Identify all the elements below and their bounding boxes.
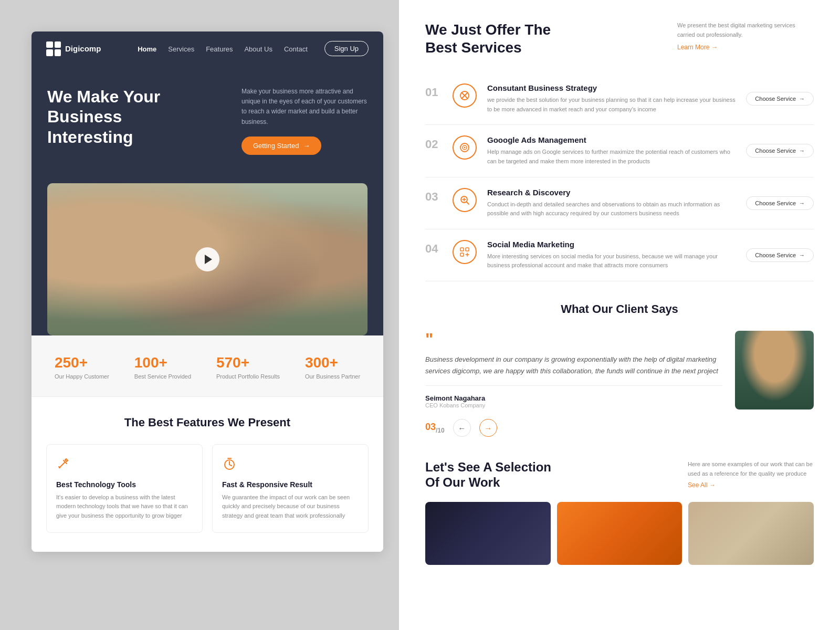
features-title: The Best Features We Present [46,416,369,429]
portfolio-grid [425,502,814,565]
portfolio-item-3[interactable] [688,502,814,565]
arrow-right-icon: → [709,481,716,489]
nav-links: Home Services Features About Us Contact [138,44,308,54]
features-grid: Best Technology Tools It's easier to dev… [46,444,369,533]
testimonial-author-name: Seimont Nagahara [425,394,722,402]
service-body-1: Consutant Business Strategy we provide t… [487,83,736,114]
portfolio-item-1[interactable] [425,502,551,565]
hero-section: We Make Your Business Interesting Make y… [32,66,383,183]
feature-technology-desc: It's easier to develop a business with t… [56,493,193,521]
portfolio-item-2[interactable] [557,502,682,565]
nav-item-contact[interactable]: Contact [284,44,308,54]
service-name-4: Social Media Marketing [487,240,736,249]
svg-rect-8 [460,253,464,256]
stat-label-customers: Our Happy Customer [55,373,109,380]
testimonial-counter: 03/10 [425,422,445,434]
svg-rect-6 [460,248,464,251]
features-section: The Best Features We Present Best Techno… [32,397,383,552]
testimonial-image-bg [735,331,814,410]
service-desc-1: we provide the best solution for your bu… [487,96,736,114]
video-thumbnail[interactable] [47,183,368,335]
see-all-link[interactable]: See All → [688,481,814,489]
testimonials-section: What Our Client Says " Business developm… [425,302,814,437]
social-media-icon [453,240,477,264]
svg-point-4 [464,147,466,149]
choose-service-button-4[interactable]: Choose Service → [746,248,814,262]
service-num-2: 02 [425,138,442,151]
portfolio-header: Let's See A Selection Of Our Work Here a… [425,460,814,490]
portfolio-title: Let's See A Selection Of Our Work [425,460,562,490]
service-body-3: Research & Discovery Conduct in-depth an… [487,188,736,218]
arrow-right-icon: → [711,44,718,51]
feature-technology-name: Best Technology Tools [56,480,193,489]
hero-title: We Make Your Business Interesting [47,87,194,147]
nav-item-home[interactable]: Home [138,44,156,54]
testimonial-content: " Business development in our company is… [425,331,722,437]
service-desc-4: More interesting services on social medi… [487,252,736,270]
stat-partners: 300+ Our Business Partner [305,354,360,380]
service-item-3: 03 Research & Discovery Conduct in-depth… [425,177,814,229]
services-header-desc: We present the best digital marketing se… [677,21,814,39]
arrow-icon: → [799,200,805,206]
navbar: Digicomp Home Services Features About Us… [32,32,383,66]
nav-item-features[interactable]: Features [206,44,233,54]
feature-responsive-desc: We guarantee the impact of our work can … [222,493,359,521]
consultant-icon [453,83,477,108]
service-desc-2: Help manage ads on Google services to fu… [487,148,736,166]
arrow-icon: → [799,148,805,154]
service-num-1: 01 [425,86,442,99]
timer-icon [222,456,359,474]
stat-services: 100+ Best Service Provided [134,354,191,380]
nav-item-services[interactable]: Services [168,44,194,54]
logo: Digicomp [46,41,101,56]
service-name-1: Consutant Business Strategy [487,83,736,92]
choose-service-button-1[interactable]: Choose Service → [746,92,814,106]
play-button[interactable] [195,247,219,271]
service-item-4: 04 Social Media Marketing More interesti… [425,229,814,281]
service-num-3: 03 [425,190,442,204]
portfolio-section: Let's See A Selection Of Our Work Here a… [425,460,814,565]
arrow-icon: → [799,96,805,102]
service-item-1: 01 Consutant Business Strategy we provid… [425,73,814,125]
getting-started-button[interactable]: Getting Started → [242,136,321,155]
service-num-4: 04 [425,242,442,256]
service-name-2: Gooogle Ads Management [487,135,736,144]
logo-icon [46,41,61,56]
choose-service-button-2[interactable]: Choose Service → [746,144,814,158]
quote-icon: " [425,331,722,348]
signup-button[interactable]: Sign Up [324,41,369,56]
hero-content: We Make Your Business Interesting Make y… [47,87,368,155]
google-ads-icon [453,135,477,160]
logo-text: Digicomp [65,44,101,53]
service-body-4: Social Media Marketing More interesting … [487,240,736,270]
service-item-2: 02 Gooogle Ads Management Help manage ad… [425,125,814,177]
testimonial-image [735,331,814,410]
arrow-icon: → [303,142,310,150]
testimonial-card: " Business development in our company is… [425,331,814,437]
next-testimonial-button[interactable]: → [479,419,497,437]
services-main-title: We Just Offer The Best Services [425,21,572,56]
arrow-icon: → [799,252,805,258]
prev-testimonial-button[interactable]: ← [453,419,471,437]
testimonial-nav: 03/10 ← → [425,419,722,437]
services-header-right: We present the best digital marketing se… [677,21,814,51]
right-panel: We Just Offer The Best Services We prese… [399,0,840,630]
choose-service-button-3[interactable]: Choose Service → [746,196,814,210]
stat-label-services: Best Service Provided [134,373,191,380]
learn-more-link[interactable]: Learn More → [677,44,814,51]
service-body-2: Gooogle Ads Management Help manage ads o… [487,135,736,166]
services-header: We Just Offer The Best Services We prese… [425,21,814,56]
nav-item-about[interactable]: About Us [244,44,272,54]
left-panel: Digicomp Home Services Features About Us… [0,0,399,630]
stat-num-portfolio: 570+ [216,354,280,371]
stat-happy-customers: 250+ Our Happy Customer [55,354,109,380]
portfolio-description: Here are some examples of our work that … [688,460,814,478]
stat-label-portfolio: Product Portfolio Results [216,373,280,380]
research-icon [453,188,477,212]
feature-responsive: Fast & Responsive Result We guarantee th… [212,444,369,533]
stat-num-customers: 250+ [55,354,109,371]
service-desc-3: Conduct in-depth and detailed searches a… [487,200,736,218]
feature-responsive-name: Fast & Responsive Result [222,480,359,489]
website-card: Digicomp Home Services Features About Us… [32,32,383,552]
stat-num-services: 100+ [134,354,191,371]
